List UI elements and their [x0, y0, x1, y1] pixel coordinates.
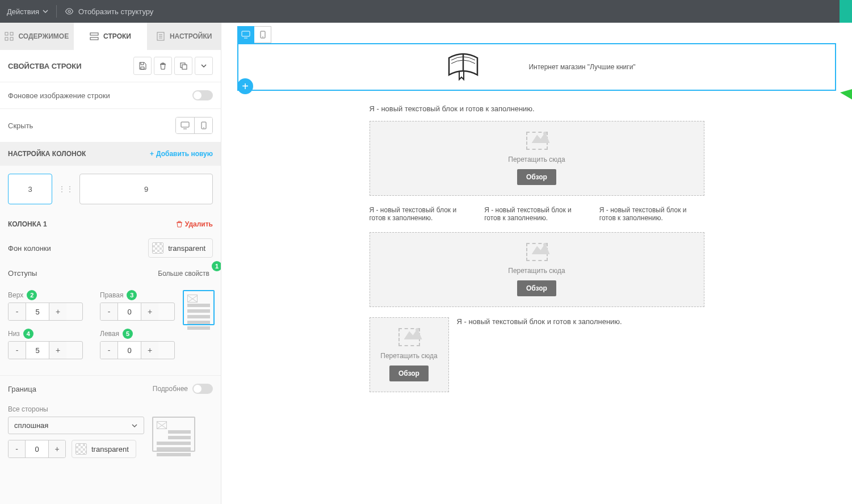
dec-button[interactable]: -: [9, 303, 26, 320]
image-placeholder-icon: [526, 132, 548, 150]
border-width-stepper[interactable]: -+: [8, 440, 66, 458]
svg-rect-6: [90, 37, 98, 40]
padding-right-stepper[interactable]: -+: [100, 303, 175, 321]
image-dropzone[interactable]: Перетащить сюда Обзор: [370, 232, 704, 307]
dec-button[interactable]: -: [100, 303, 117, 320]
plus-icon: +: [150, 150, 154, 158]
device-mobile-button[interactable]: [254, 26, 271, 43]
row-properties-header: СВОЙСТВА СТРОКИ: [0, 50, 221, 82]
border-more-label: Подробнее: [153, 385, 188, 393]
column-width-2[interactable]: 9: [79, 174, 213, 204]
padding-right-label: Правая: [100, 291, 123, 299]
duplicate-button[interactable]: [174, 57, 192, 75]
transparent-swatch: [152, 242, 163, 254]
border-more-toggle[interactable]: [192, 384, 213, 394]
book-icon: [443, 51, 483, 83]
padding-left-stepper[interactable]: -+: [100, 341, 175, 359]
trash-icon: [176, 221, 183, 228]
save-button[interactable]: [133, 57, 152, 75]
text-block[interactable]: Я - новый текстовый блок и готов к запол…: [599, 206, 704, 222]
padding-bottom-stepper[interactable]: -+: [8, 341, 83, 359]
padding-preview: [183, 290, 215, 325]
add-column-button[interactable]: + Добавить новую: [150, 150, 213, 158]
show-structure-button[interactable]: Отобразить структуру: [65, 7, 153, 16]
hide-device-pills: [175, 117, 213, 134]
store-name[interactable]: Интернет магазин "Лучшие книги": [528, 63, 635, 71]
svg-rect-3: [5, 37, 8, 40]
border-all-sides-label: Все стороны: [8, 405, 213, 413]
hide-mobile-button[interactable]: [194, 117, 212, 133]
border-style-value: сплошная: [14, 421, 48, 430]
brand-accent: [840, 0, 852, 23]
svg-rect-4: [10, 37, 13, 40]
device-desktop-button[interactable]: [237, 26, 254, 43]
desktop-icon: [181, 121, 190, 129]
border-color-picker[interactable]: transparent: [72, 440, 136, 458]
image-dropzone[interactable]: Перетащить сюда Обзор: [370, 317, 449, 392]
dec-button[interactable]: -: [100, 342, 117, 359]
padding-left-input[interactable]: [117, 342, 141, 359]
actions-menu[interactable]: Действия: [7, 7, 48, 16]
browse-button[interactable]: Обзор: [389, 366, 429, 381]
drop-label: Перетащить сюда: [508, 156, 565, 163]
separator: [56, 5, 57, 18]
padding-top-stepper[interactable]: -+: [8, 303, 83, 321]
text-block[interactable]: Я - новый текстовый блок и готов к запол…: [484, 206, 589, 222]
border-style-select[interactable]: сплошная: [8, 417, 144, 434]
dec-button[interactable]: -: [9, 342, 26, 359]
plus-icon: +: [242, 80, 249, 93]
padding-top-label: Верх: [8, 291, 23, 299]
chevron-down-icon: [200, 62, 208, 70]
inc-button[interactable]: +: [141, 303, 158, 320]
text-block[interactable]: Я - новый текстовый блок и готов к запол…: [370, 206, 475, 222]
text-block[interactable]: Я - новый текстовый блок и готов к запол…: [370, 104, 704, 113]
svg-rect-17: [242, 31, 250, 36]
column-bg-picker[interactable]: transparent: [148, 238, 213, 258]
dec-button[interactable]: -: [9, 440, 25, 457]
collapse-button[interactable]: [195, 57, 213, 75]
hide-desktop-button[interactable]: [176, 117, 194, 133]
mobile-icon: [260, 31, 266, 39]
svg-point-20: [262, 36, 263, 37]
browse-button[interactable]: Обзор: [517, 169, 556, 185]
drop-label: Перетащить сюда: [380, 352, 437, 360]
inc-button[interactable]: +: [49, 440, 65, 457]
email-content: Я - новый текстовый блок и готов к запол…: [370, 104, 704, 392]
tab-settings[interactable]: НАСТРОЙКИ: [147, 23, 221, 50]
inc-button[interactable]: +: [49, 342, 66, 359]
padding-top-input[interactable]: [26, 303, 49, 320]
selected-row[interactable]: + Интернет магазин "Лучшие книги": [237, 43, 836, 91]
border-width-input[interactable]: [25, 440, 49, 457]
column-width-1[interactable]: 3: [8, 174, 52, 204]
desktop-icon: [241, 31, 250, 39]
inc-button[interactable]: +: [141, 342, 158, 359]
tab-content[interactable]: СОДЕРЖИМОЕ: [0, 23, 74, 50]
tab-rows[interactable]: СТРОКИ: [74, 23, 148, 50]
row-hide-option: Скрыть: [0, 109, 221, 142]
svg-rect-12: [182, 65, 187, 69]
svg-point-16: [203, 127, 204, 128]
device-switch: [237, 26, 852, 43]
inc-button[interactable]: +: [49, 303, 66, 320]
text-block[interactable]: Я - новый текстовый блок и готов к запол…: [457, 317, 704, 392]
copy-icon: [179, 62, 187, 70]
drag-grip-icon[interactable]: ⋮⋮: [58, 184, 74, 194]
padding-right-input[interactable]: [117, 303, 141, 320]
delete-column-button[interactable]: Удалить: [176, 220, 213, 228]
row-properties-title: СВОЙСТВА СТРОКИ: [8, 62, 82, 70]
svg-rect-13: [181, 122, 189, 127]
image-dropzone[interactable]: Перетащить сюда Обзор: [370, 121, 704, 196]
svg-point-0: [68, 10, 70, 12]
add-row-button[interactable]: +: [237, 78, 253, 94]
delete-button[interactable]: [154, 57, 172, 75]
logo-image[interactable]: [438, 49, 489, 85]
padding-bottom-input[interactable]: [26, 342, 49, 359]
rows-icon: [90, 32, 99, 41]
row-bg-image-toggle[interactable]: [192, 90, 213, 100]
save-icon: [138, 62, 146, 70]
column-1-title: КОЛОНКА 1: [8, 220, 47, 228]
border-label: Граница: [8, 385, 36, 393]
add-column-label: Добавить новую: [156, 150, 213, 158]
browse-button[interactable]: Обзор: [517, 280, 556, 296]
row-hide-label: Скрыть: [8, 121, 33, 130]
